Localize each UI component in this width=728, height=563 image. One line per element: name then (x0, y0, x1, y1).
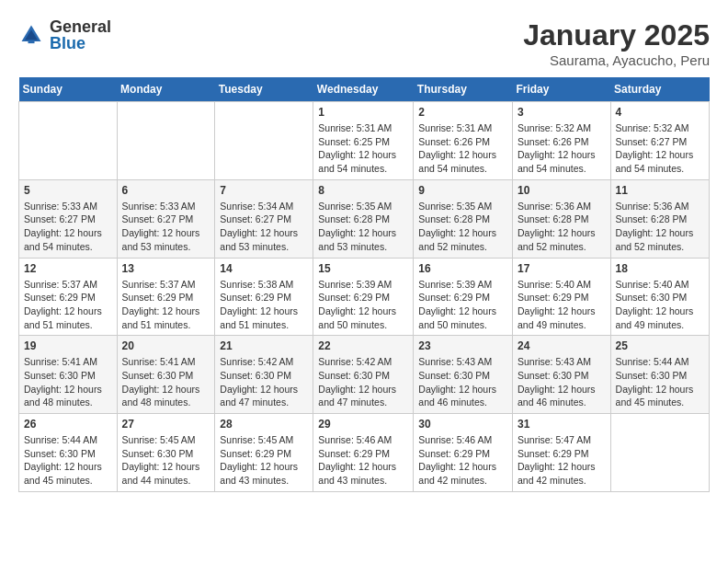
day-info: Sunrise: 5:41 AM Sunset: 6:30 PM Dayligh… (122, 355, 210, 409)
week-row-2: 5Sunrise: 5:33 AM Sunset: 6:27 PM Daylig… (19, 179, 710, 258)
logo-icon (18, 22, 44, 48)
weekday-header-row: SundayMondayTuesdayWednesdayThursdayFrid… (19, 77, 710, 102)
calendar-cell: 4Sunrise: 5:32 AM Sunset: 6:27 PM Daylig… (610, 102, 709, 180)
logo-blue: Blue (50, 35, 111, 52)
day-info: Sunrise: 5:36 AM Sunset: 6:28 PM Dayligh… (616, 200, 704, 254)
day-info: Sunrise: 5:32 AM Sunset: 6:26 PM Dayligh… (518, 121, 606, 176)
day-info: Sunrise: 5:40 AM Sunset: 6:30 PM Dayligh… (616, 278, 704, 332)
calendar-cell: 23Sunrise: 5:43 AM Sunset: 6:30 PM Dayli… (414, 336, 513, 414)
day-number: 29 (318, 418, 408, 431)
weekday-header-tuesday: Tuesday (215, 77, 313, 102)
day-info: Sunrise: 5:41 AM Sunset: 6:30 PM Dayligh… (24, 355, 112, 409)
day-number: 15 (318, 262, 408, 275)
day-info: Sunrise: 5:45 AM Sunset: 6:29 PM Dayligh… (220, 433, 308, 488)
day-number: 4 (616, 106, 704, 119)
day-info: Sunrise: 5:46 AM Sunset: 6:29 PM Dayligh… (318, 433, 408, 488)
calendar-cell (610, 414, 709, 492)
day-info: Sunrise: 5:46 AM Sunset: 6:29 PM Dayligh… (418, 433, 507, 488)
day-info: Sunrise: 5:33 AM Sunset: 6:27 PM Dayligh… (122, 200, 210, 254)
calendar-body: 1Sunrise: 5:31 AM Sunset: 6:25 PM Daylig… (19, 102, 710, 492)
day-info: Sunrise: 5:38 AM Sunset: 6:29 PM Dayligh… (220, 278, 308, 332)
weekday-header-saturday: Saturday (610, 77, 709, 102)
day-number: 1 (318, 106, 408, 119)
calendar-cell: 11Sunrise: 5:36 AM Sunset: 6:28 PM Dayli… (610, 179, 709, 258)
day-number: 20 (122, 339, 210, 352)
day-info: Sunrise: 5:44 AM Sunset: 6:30 PM Dayligh… (24, 433, 112, 488)
day-number: 17 (518, 262, 606, 275)
title-block: January 2025 Saurama, Ayacucho, Peru (523, 18, 710, 68)
day-info: Sunrise: 5:42 AM Sunset: 6:30 PM Dayligh… (220, 355, 308, 409)
logo-general: General (50, 18, 111, 35)
week-row-3: 12Sunrise: 5:37 AM Sunset: 6:29 PM Dayli… (19, 258, 710, 336)
day-info: Sunrise: 5:42 AM Sunset: 6:30 PM Dayligh… (318, 355, 408, 409)
calendar-cell: 31Sunrise: 5:47 AM Sunset: 6:29 PM Dayli… (512, 414, 610, 492)
calendar-cell: 30Sunrise: 5:46 AM Sunset: 6:29 PM Dayli… (414, 414, 513, 492)
day-number: 7 (220, 184, 308, 197)
day-number: 25 (616, 339, 704, 352)
calendar-cell: 24Sunrise: 5:43 AM Sunset: 6:30 PM Dayli… (512, 336, 610, 414)
day-number: 24 (518, 339, 606, 352)
day-number: 14 (220, 262, 308, 275)
day-number: 6 (122, 184, 210, 197)
calendar-cell: 20Sunrise: 5:41 AM Sunset: 6:30 PM Dayli… (117, 336, 215, 414)
day-info: Sunrise: 5:37 AM Sunset: 6:29 PM Dayligh… (122, 278, 210, 332)
calendar-cell: 7Sunrise: 5:34 AM Sunset: 6:27 PM Daylig… (215, 179, 313, 258)
day-number: 22 (318, 339, 408, 352)
calendar-cell: 10Sunrise: 5:36 AM Sunset: 6:28 PM Dayli… (512, 179, 610, 258)
day-number: 8 (318, 184, 408, 197)
calendar-cell (117, 102, 215, 180)
day-number: 10 (518, 184, 606, 197)
calendar-cell: 21Sunrise: 5:42 AM Sunset: 6:30 PM Dayli… (215, 336, 313, 414)
day-number: 18 (616, 262, 704, 275)
logo-text: General Blue (50, 18, 111, 52)
day-info: Sunrise: 5:31 AM Sunset: 6:26 PM Dayligh… (418, 121, 507, 176)
day-number: 28 (220, 418, 308, 431)
svg-rect-2 (28, 40, 35, 44)
day-info: Sunrise: 5:33 AM Sunset: 6:27 PM Dayligh… (24, 200, 112, 254)
calendar-cell: 26Sunrise: 5:44 AM Sunset: 6:30 PM Dayli… (19, 414, 118, 492)
day-info: Sunrise: 5:40 AM Sunset: 6:29 PM Dayligh… (518, 278, 606, 332)
week-row-4: 19Sunrise: 5:41 AM Sunset: 6:30 PM Dayli… (19, 336, 710, 414)
weekday-header-friday: Friday (512, 77, 610, 102)
logo: General Blue (18, 18, 111, 52)
month-title: January 2025 (523, 18, 710, 52)
day-number: 23 (418, 339, 507, 352)
calendar-cell: 6Sunrise: 5:33 AM Sunset: 6:27 PM Daylig… (117, 179, 215, 258)
calendar-cell: 12Sunrise: 5:37 AM Sunset: 6:29 PM Dayli… (19, 258, 118, 336)
day-info: Sunrise: 5:43 AM Sunset: 6:30 PM Dayligh… (518, 355, 606, 409)
day-number: 2 (418, 106, 507, 119)
day-info: Sunrise: 5:35 AM Sunset: 6:28 PM Dayligh… (418, 200, 507, 254)
weekday-header-monday: Monday (117, 77, 215, 102)
day-info: Sunrise: 5:34 AM Sunset: 6:27 PM Dayligh… (220, 200, 308, 254)
calendar-cell: 27Sunrise: 5:45 AM Sunset: 6:30 PM Dayli… (117, 414, 215, 492)
day-info: Sunrise: 5:43 AM Sunset: 6:30 PM Dayligh… (418, 355, 507, 409)
calendar-cell: 29Sunrise: 5:46 AM Sunset: 6:29 PM Dayli… (313, 414, 414, 492)
calendar-cell: 8Sunrise: 5:35 AM Sunset: 6:28 PM Daylig… (313, 179, 414, 258)
calendar-table: SundayMondayTuesdayWednesdayThursdayFrid… (18, 77, 710, 492)
calendar-cell (19, 102, 118, 180)
location: Saurama, Ayacucho, Peru (523, 52, 710, 68)
day-info: Sunrise: 5:44 AM Sunset: 6:30 PM Dayligh… (616, 355, 704, 409)
page-header: General Blue January 2025 Saurama, Ayacu… (18, 18, 710, 68)
day-info: Sunrise: 5:32 AM Sunset: 6:27 PM Dayligh… (616, 121, 704, 176)
day-number: 21 (220, 339, 308, 352)
day-info: Sunrise: 5:45 AM Sunset: 6:30 PM Dayligh… (122, 433, 210, 488)
day-info: Sunrise: 5:39 AM Sunset: 6:29 PM Dayligh… (318, 278, 408, 332)
calendar-cell (215, 102, 313, 180)
week-row-5: 26Sunrise: 5:44 AM Sunset: 6:30 PM Dayli… (19, 414, 710, 492)
day-info: Sunrise: 5:47 AM Sunset: 6:29 PM Dayligh… (518, 433, 606, 488)
day-number: 16 (418, 262, 507, 275)
calendar-cell: 13Sunrise: 5:37 AM Sunset: 6:29 PM Dayli… (117, 258, 215, 336)
day-number: 19 (24, 339, 112, 352)
weekday-header-thursday: Thursday (414, 77, 513, 102)
calendar-cell: 3Sunrise: 5:32 AM Sunset: 6:26 PM Daylig… (512, 102, 610, 180)
day-info: Sunrise: 5:37 AM Sunset: 6:29 PM Dayligh… (24, 278, 112, 332)
calendar-cell: 2Sunrise: 5:31 AM Sunset: 6:26 PM Daylig… (414, 102, 513, 180)
calendar-cell: 9Sunrise: 5:35 AM Sunset: 6:28 PM Daylig… (414, 179, 513, 258)
calendar-cell: 18Sunrise: 5:40 AM Sunset: 6:30 PM Dayli… (610, 258, 709, 336)
day-number: 12 (24, 262, 112, 275)
weekday-header-wednesday: Wednesday (313, 77, 414, 102)
week-row-1: 1Sunrise: 5:31 AM Sunset: 6:25 PM Daylig… (19, 102, 710, 180)
calendar-cell: 28Sunrise: 5:45 AM Sunset: 6:29 PM Dayli… (215, 414, 313, 492)
calendar-cell: 25Sunrise: 5:44 AM Sunset: 6:30 PM Dayli… (610, 336, 709, 414)
